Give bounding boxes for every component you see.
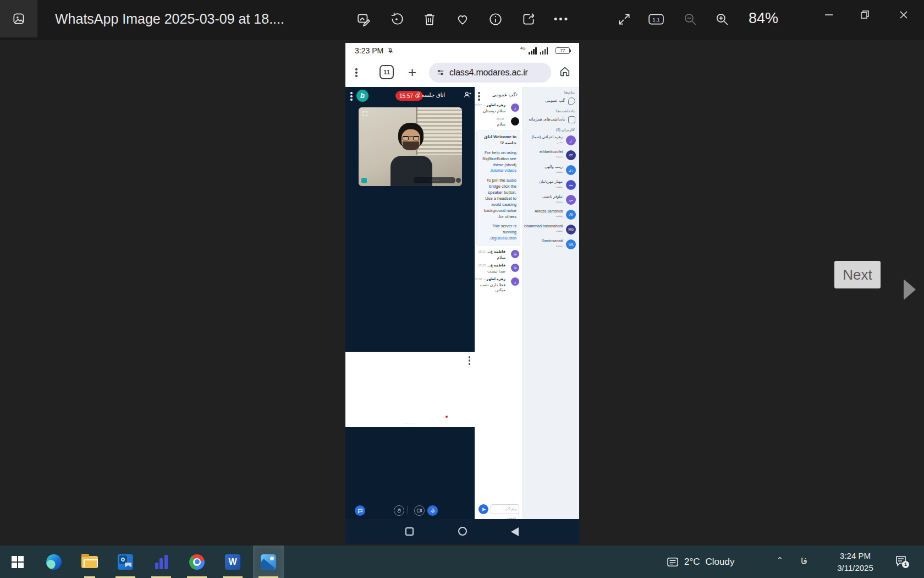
back-button[interactable]	[511, 527, 519, 536]
taskbar-photos-active[interactable]	[253, 546, 284, 578]
taskbar-power-bi[interactable]	[146, 546, 177, 578]
action-center-button[interactable]: 1	[894, 554, 908, 570]
user-row[interactable]: مهمهناز مهربانیانبیننده	[522, 178, 579, 193]
user-name: Mohammad hasanabadi	[524, 224, 563, 228]
home-nav-button[interactable]	[458, 527, 467, 536]
fullscreen-button[interactable]	[616, 11, 632, 28]
user-row[interactable]: etethberkozofeiبیننده	[522, 148, 579, 163]
favorite-button[interactable]	[454, 11, 471, 28]
battery-indicator: 77	[556, 47, 570, 54]
minimize-button[interactable]	[821, 7, 837, 23]
microphone-button[interactable]	[427, 505, 438, 516]
chevron-left-icon[interactable]: ‹	[516, 91, 518, 97]
chat-message-input[interactable]: پیام گپ عمومی	[491, 504, 519, 514]
avatar: زی	[566, 165, 576, 175]
message-sender: فاطمه ع...15:21	[477, 249, 505, 254]
user-name: زهره اعرافی (شما)	[524, 135, 563, 139]
taskbar-word[interactable]: W	[217, 546, 248, 578]
bbb-options-icon[interactable]	[350, 92, 353, 101]
see-all-photos-button[interactable]	[0, 0, 37, 37]
raise-hand-button[interactable]	[394, 505, 404, 516]
webcam-grid-icon[interactable]	[362, 111, 368, 117]
url-text: class4.modares.ac.ir	[449, 68, 528, 78]
notes-icon	[568, 116, 575, 123]
camera-button[interactable]	[414, 505, 425, 516]
home-button[interactable]	[559, 66, 571, 78]
taskbar-edge[interactable]	[38, 546, 69, 578]
avatar: ز	[511, 277, 519, 286]
taskbar-file-explorer[interactable]	[74, 546, 105, 578]
tutorial-videos-link[interactable]: tutorial videos	[491, 168, 516, 173]
close-button[interactable]	[895, 7, 912, 23]
more-options-button[interactable]: •••	[553, 11, 570, 28]
start-button[interactable]	[2, 546, 33, 578]
weather-condition: Cloudy	[706, 557, 735, 568]
toggle-chat-button[interactable]	[355, 505, 365, 516]
user-row[interactable]: SaSaminsanatiبیننده	[522, 237, 579, 252]
chrome-menu-icon[interactable]	[355, 68, 358, 77]
news-widget-icon	[667, 557, 679, 567]
file-explorer-icon	[81, 556, 98, 568]
tab-switcher-button[interactable]: 11	[380, 65, 394, 79]
chat-options-icon[interactable]	[478, 92, 480, 101]
slide-options-icon[interactable]	[469, 356, 471, 365]
hand-icon	[397, 508, 402, 514]
new-tab-button[interactable]: +	[408, 64, 416, 81]
taskbar-chrome[interactable]	[182, 546, 212, 578]
restore-button[interactable]	[857, 7, 873, 23]
signal-bars-sim1	[529, 47, 537, 54]
webcam-video-tile[interactable]: · · · · ·	[359, 107, 462, 186]
message-text: سلام دوستان	[477, 108, 505, 113]
notification-badge: 1	[902, 561, 909, 568]
title-bar: WhatsApp Image 2025-03-09 at 18.... ••• …	[0, 0, 924, 40]
public-chat-item[interactable]: گپ عمومی	[522, 96, 579, 106]
actual-size-button[interactable]: 1:1	[648, 11, 664, 28]
webcam-options-icon[interactable]	[456, 178, 461, 183]
input-language-indicator[interactable]: فا	[801, 556, 807, 566]
shared-notes-item[interactable]: یادداشت‌های همزمانه	[522, 114, 579, 124]
address-bar[interactable]: class4.modares.ac.ir	[429, 63, 551, 83]
edit-image-button[interactable]	[355, 11, 372, 28]
slide-caption: · · · · · · · ·	[345, 422, 475, 425]
avatar: فا	[511, 264, 519, 272]
weather-temp: 2°C	[684, 557, 700, 568]
user-row[interactable]: MoMohammad hasanabadiبیننده	[522, 222, 579, 237]
message-time: 15:07	[474, 103, 482, 107]
camera-icon	[416, 508, 422, 514]
svg-text:1:1: 1:1	[652, 17, 659, 23]
hidden-icons-chevron[interactable]: ⌃	[777, 555, 783, 564]
delete-button[interactable]	[421, 11, 438, 28]
next-arrow-button[interactable]	[904, 279, 916, 300]
user-row[interactable]: ززهره اعرافی (شما)مدیر	[522, 133, 579, 148]
bigbluebutton-link[interactable]: BigBlueButton	[490, 236, 516, 241]
taskbar-weather[interactable]: 2°C Cloudy	[667, 546, 734, 578]
message-text: سلام	[477, 122, 505, 127]
share-button[interactable]	[520, 11, 537, 28]
zoom-out-button[interactable]	[682, 11, 698, 28]
info-button[interactable]	[487, 11, 504, 28]
user-role: بیننده	[524, 170, 563, 173]
recents-button[interactable]	[405, 527, 414, 536]
clock-time: 3:24 PM	[825, 550, 886, 562]
user-role: بیننده	[524, 244, 563, 247]
taskbar-clock[interactable]: 3:24 PM 3/11/2025	[825, 550, 886, 574]
user-row[interactable]: زیزینب والهیبیننده	[522, 163, 579, 178]
user-row[interactable]: AlAlireza Jamshidiبیننده	[522, 208, 579, 222]
user-row[interactable]: نینیلوفر نامینیبیننده	[522, 193, 579, 208]
presentation-slide[interactable]: · · · · · · · ·	[345, 352, 475, 427]
avatar: Sa	[566, 239, 576, 249]
user-name: Alireza Jamshidi	[524, 209, 563, 213]
rotate-button[interactable]	[388, 11, 405, 28]
user-role: مدیر	[524, 140, 563, 144]
clock-date: 3/11/2025	[825, 562, 886, 574]
user-role: بیننده	[524, 229, 563, 232]
notes-section-header: یادداشت‌ها	[522, 106, 579, 114]
chat-message-list[interactable]: ززهره اظهر...15:07سلام دوستان15:08سلام W…	[475, 101, 522, 487]
taskbar-outlook[interactable]	[110, 546, 141, 578]
zoom-in-button[interactable]	[714, 11, 730, 28]
participants-icon[interactable]	[464, 91, 471, 99]
send-message-button[interactable]	[479, 504, 488, 514]
avatar: et	[566, 150, 576, 160]
window-title: WhatsApp Image 2025-03-09 at 18....	[55, 11, 284, 27]
actionbar-divider	[408, 506, 408, 514]
